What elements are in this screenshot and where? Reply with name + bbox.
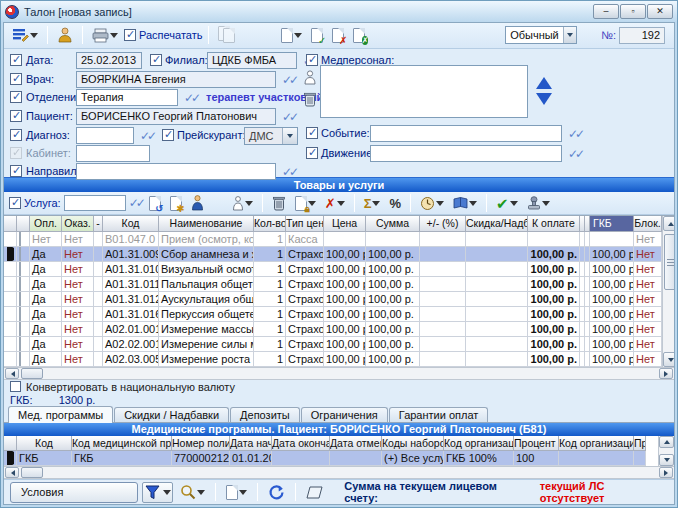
table-row[interactable]: ГКБГКБ77000021225401.01.2011(+) Все услу… [4,451,658,466]
referrer-check-icon[interactable]: ✓✓ [282,165,296,179]
ticket-mode-select[interactable]: Обычный [505,26,577,44]
combo-drop-button[interactable] [563,27,576,43]
tab-payment-guarantees[interactable]: Гарантии оплат [389,407,489,422]
new-document-button[interactable] [278,25,305,46]
event-check-icon[interactable]: ✓✓ [568,127,582,141]
patient-field[interactable]: БОРИСЕНКО Георгий Платонович [76,108,276,125]
print-button[interactable] [89,25,121,46]
column-header[interactable]: Сумма [366,216,420,232]
column-header[interactable]: Код организации 1 [444,436,514,451]
services-hscrollbar[interactable] [4,367,674,380]
schedule-button[interactable] [417,193,447,214]
column-header[interactable]: Опл. [30,216,62,232]
hscroll-thumb[interactable] [21,467,43,478]
tab-discounts[interactable]: Скидки / Надбавки [114,407,229,422]
row-checkbox[interactable] [19,232,21,246]
services-vscrollbar[interactable] [662,216,675,367]
tab-med-programs[interactable]: Мед. программы [8,406,113,423]
replace-service-button[interactable]: ↺ [146,193,164,214]
table-row[interactable]: ДаНетА01.31.012Аускультация общетерап1Ст… [4,292,662,307]
minimize-button[interactable]: – [593,4,619,19]
row-checkbox[interactable] [19,352,21,366]
close-document-button[interactable]: ✗ [350,25,368,46]
pages-button[interactable] [303,482,326,503]
event-checkbox[interactable] [306,127,318,139]
department-check-icon[interactable]: ✓✓ [184,91,198,105]
tab-deposits[interactable]: Депозиты [230,407,300,422]
diagnosis-checkbox[interactable] [10,129,22,141]
staff-assign-button[interactable] [229,193,256,214]
patient-check-icon[interactable]: ✓✓ [282,110,296,124]
assign-person-button[interactable] [188,192,207,214]
column-header[interactable] [4,216,17,232]
column-header[interactable]: ГКБ [590,216,634,232]
pricelist-checkbox[interactable] [162,129,174,141]
row-checkbox[interactable] [19,322,21,336]
column-header[interactable]: Тип цены [286,216,324,232]
scroll-down-button[interactable] [663,352,675,367]
table-row[interactable]: ДаНетА02.02.001Измерение силы мышц с1Стр… [4,337,662,352]
scroll-thumb[interactable] [664,234,675,290]
report-button[interactable] [223,482,250,503]
convert-currency-checkbox[interactable] [10,381,21,392]
percent-button[interactable]: % [386,194,404,213]
movement-checkbox[interactable] [306,147,318,159]
department-checkbox[interactable] [10,91,22,103]
patient-card-button[interactable] [54,24,76,46]
table-row[interactable]: ДаНетА01.31.009Сбор анамнеза и жалоб1Стр… [4,247,662,262]
refresh-button[interactable] [265,481,288,504]
journal-button[interactable] [450,193,480,213]
row-checkbox[interactable] [19,337,21,351]
print-checkbox[interactable] [124,29,136,41]
row-checkbox[interactable] [19,292,21,306]
column-header[interactable]: Кол-во [254,216,286,232]
column-header[interactable]: Цена [324,216,366,232]
row-checkbox[interactable] [19,277,21,291]
insurance-conditions-button[interactable]: Условия страхования [10,482,138,503]
date-checkbox[interactable] [10,54,22,66]
print-checkbox-label[interactable]: Распечатать [139,29,202,41]
column-header[interactable] [17,216,30,232]
department-field[interactable]: Терапия [76,89,178,106]
scroll-left-button[interactable] [5,467,19,478]
doctor-field[interactable]: БОЯРКИНА Евгения [76,71,276,88]
diagnosis-check-icon[interactable]: ✓✓ [140,129,154,143]
referrer-field[interactable] [76,163,276,180]
scroll-up-button[interactable] [659,436,674,448]
scroll-down-button[interactable] [659,454,674,466]
table-row[interactable]: НетНетВ01.047.0Прием (осмотр, консультац… [4,232,662,247]
column-header[interactable]: +/- (%) [420,216,466,232]
column-header[interactable]: Дата отмены [330,436,382,451]
save-button[interactable]: ✓ [308,25,326,46]
cabinet-checkbox[interactable] [10,147,22,159]
programs-hscrollbar[interactable] [4,466,674,479]
trash-icon[interactable] [303,91,317,107]
row-checkbox[interactable] [19,307,21,321]
event-field[interactable] [370,125,562,142]
service-code-input[interactable] [64,195,126,211]
column-header[interactable]: Скидка/Надбавка [466,216,528,232]
column-header[interactable]: Код [17,436,72,451]
copy-button[interactable] [215,25,238,46]
table-row[interactable]: ДаНетА02.03.005Измерение роста1Страхов10… [4,352,662,367]
confirm-services-button[interactable]: ✔ [493,194,521,213]
tab-restrictions[interactable]: Ограничения [301,407,388,422]
scroll-up-button[interactable] [663,216,675,231]
branch-checkbox[interactable] [150,54,162,66]
move-down-icon[interactable] [536,93,552,113]
column-header[interactable]: Код [103,216,159,232]
ticket-form-button[interactable] [9,24,41,46]
scroll-right-button[interactable] [659,368,673,379]
maximize-button[interactable]: ▫ [620,4,646,19]
column-header[interactable]: Наименование [159,216,254,232]
date-field[interactable]: 25.02.2013 [76,52,142,69]
doctor-check-icon[interactable]: ✓✓ [282,73,296,87]
movement-check-icon[interactable]: ✓✓ [568,147,582,161]
close-button[interactable]: ✕ [647,4,673,19]
table-row[interactable]: ДаНетА02.01.001Измерение массы тела1Стра… [4,322,662,337]
table-row[interactable]: ДаНетА01.31.016Перкуссия общетерапевт1Ст… [4,307,662,322]
row-checkbox[interactable] [19,262,21,276]
column-header[interactable]: - [94,216,103,232]
column-header[interactable]: Процент 1 [514,436,559,451]
doctor-checkbox[interactable] [10,73,22,85]
